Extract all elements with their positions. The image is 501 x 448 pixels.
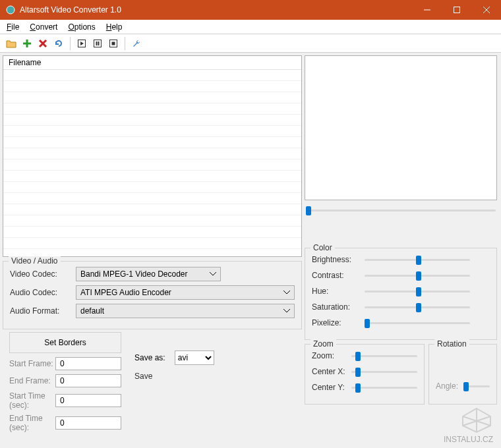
video-codec-select[interactable]: Bandi MPEG-1 Video Decoder [76, 267, 221, 281]
set-borders-button[interactable]: Set Borders [9, 332, 121, 353]
end-time-label: End Time (sec): [9, 414, 55, 432]
toolbar-sep-2 [125, 37, 125, 50]
pixelize-slider[interactable] [365, 317, 470, 329]
contrast-slider[interactable] [365, 269, 470, 281]
svg-rect-2 [454, 7, 459, 13]
right-pane: Color Brightness: Contrast: Hue: Saturat… [302, 53, 501, 448]
audio-format-label: Audio Format: [10, 306, 76, 316]
audio-format-select[interactable]: default [76, 304, 295, 318]
play-button[interactable] [74, 36, 89, 51]
start-time-label: Start Time (sec): [9, 391, 55, 410]
audio-codec-select[interactable]: ATI MPEG Audio Encoder [76, 285, 295, 300]
save-as-select[interactable]: avi [175, 350, 214, 365]
list-row [3, 193, 301, 204]
wrench-icon [132, 39, 141, 48]
video-audio-legend: Video / Audio [9, 256, 61, 266]
svg-rect-14 [112, 42, 115, 45]
menu-help[interactable]: Help [102, 21, 127, 33]
seek-row [305, 200, 497, 217]
start-frame-input[interactable] [55, 357, 121, 370]
centery-label: Center Y: [312, 383, 351, 392]
open-folder-button[interactable] [4, 36, 18, 51]
centerx-label: Center X: [312, 367, 351, 376]
centerx-slider[interactable] [351, 366, 417, 378]
end-time-input[interactable] [55, 416, 121, 430]
minimize-button[interactable] [412, 0, 442, 20]
list-row [3, 70, 301, 81]
saturation-slider[interactable] [365, 301, 470, 313]
menu-convert[interactable]: Convert [26, 21, 61, 33]
content-area: Filename Video / Audio Video Codec: Band… [0, 53, 501, 448]
save-as-label: Save as: [134, 353, 165, 362]
preview-panel [305, 55, 497, 200]
rotation-legend: Rotation [434, 339, 469, 349]
file-list[interactable]: Filename [3, 55, 302, 257]
end-frame-input[interactable] [55, 374, 121, 387]
list-row [3, 171, 301, 182]
pixelize-label: Pixelize: [312, 318, 365, 327]
svg-rect-10 [94, 40, 102, 47]
list-row [3, 92, 301, 103]
menubar: File Convert Options Help [0, 20, 501, 34]
list-row [3, 126, 301, 137]
zoom-label: Zoom: [312, 351, 351, 360]
refresh-button[interactable] [51, 36, 66, 51]
brightness-slider[interactable] [365, 254, 470, 266]
plus-icon [22, 39, 32, 48]
zoom-legend: Zoom [310, 339, 336, 349]
file-list-header: Filename [3, 56, 301, 70]
stop-button[interactable] [106, 36, 121, 51]
zoom-slider[interactable] [351, 350, 417, 362]
list-row [3, 159, 301, 171]
maximize-button[interactable] [442, 0, 471, 20]
close-button[interactable] [471, 0, 501, 20]
start-frame-label: Start Frame: [9, 359, 55, 368]
add-button[interactable] [20, 36, 34, 51]
svg-point-0 [7, 6, 15, 14]
seek-slider[interactable] [306, 204, 496, 216]
rotation-group: Rotation Angle: [428, 344, 497, 405]
play-icon [77, 39, 86, 48]
svg-rect-11 [96, 42, 98, 45]
pause-icon [93, 39, 102, 48]
list-row [3, 182, 301, 193]
brightness-label: Brightness: [312, 255, 365, 264]
svg-rect-12 [98, 42, 100, 45]
list-row [3, 148, 301, 159]
x-icon [38, 39, 47, 48]
saturation-label: Saturation: [312, 302, 365, 312]
list-row [3, 238, 301, 249]
menu-file[interactable]: File [3, 21, 23, 33]
settings-button[interactable] [129, 36, 144, 51]
list-row [3, 137, 301, 148]
save-form: Set Borders Start Frame: End Frame: Star… [3, 329, 302, 436]
angle-slider[interactable] [463, 380, 490, 392]
delete-button[interactable] [36, 36, 50, 51]
app-icon [5, 5, 16, 15]
window-controls [412, 0, 501, 20]
centery-slider[interactable] [351, 381, 417, 393]
list-row [3, 204, 301, 215]
angle-label: Angle: [436, 381, 463, 391]
hue-slider[interactable] [365, 285, 470, 297]
toolbar-sep-1 [70, 37, 71, 50]
video-audio-group: Video / Audio Video Codec: Bandi MPEG-1 … [3, 261, 302, 329]
pause-button[interactable] [90, 36, 105, 51]
list-row [3, 115, 301, 126]
list-row [3, 227, 301, 238]
start-time-input[interactable] [55, 394, 121, 407]
list-row [3, 81, 301, 92]
list-row [3, 215, 301, 227]
save-label: Save [134, 372, 295, 381]
menu-options[interactable]: Options [64, 21, 99, 33]
video-codec-label: Video Codec: [10, 269, 76, 279]
folder-icon [6, 39, 16, 48]
color-group: Color Brightness: Contrast: Hue: Saturat… [305, 248, 497, 340]
list-row [3, 103, 301, 115]
left-pane: Filename Video / Audio Video Codec: Band… [0, 53, 302, 448]
refresh-icon [54, 39, 63, 48]
hue-label: Hue: [312, 287, 365, 296]
toolbar [0, 34, 501, 53]
titlebar: Altarsoft Video Converter 1.0 [0, 0, 501, 20]
zoom-group: Zoom Zoom: Center X: Center Y: [305, 344, 425, 405]
